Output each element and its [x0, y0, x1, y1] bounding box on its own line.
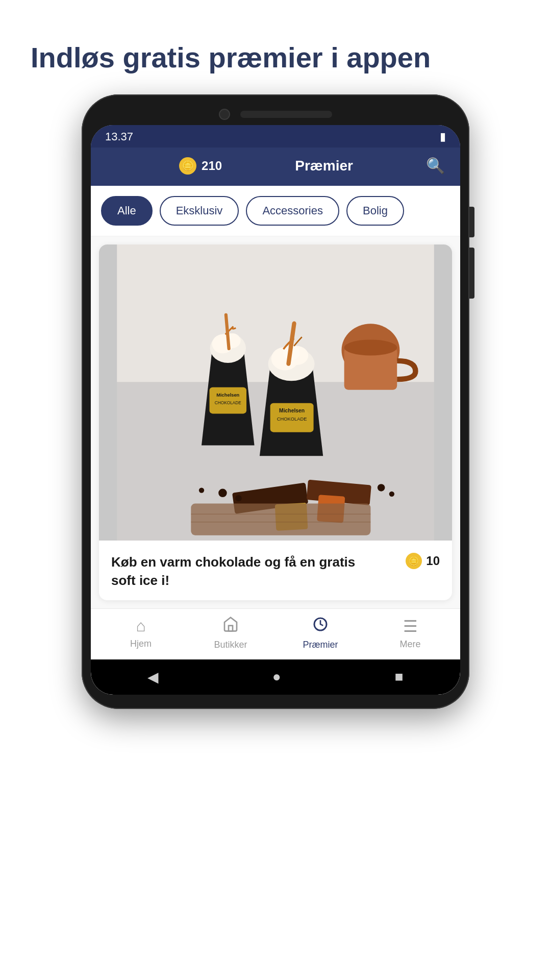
bottom-nav: ⌂ Hjem Butikker — [91, 608, 460, 659]
nav-label-hjem: Hjem — [130, 639, 152, 649]
search-icon[interactable]: 🔍 — [426, 157, 445, 175]
menu-icon: ☰ — [403, 617, 418, 636]
battery-icon: ▮ — [440, 130, 446, 143]
coins-display: 🪙 210 — [179, 157, 222, 175]
svg-rect-32 — [229, 625, 233, 631]
home-icon: ⌂ — [136, 617, 145, 635]
filter-tab-eksklusiv[interactable]: Eksklusiv — [160, 196, 239, 226]
svg-point-28 — [235, 495, 241, 501]
svg-point-29 — [199, 487, 204, 493]
timer-icon — [312, 616, 329, 636]
nav-item-praemier[interactable]: Præmier — [295, 616, 346, 650]
product-points: 🪙 10 — [406, 553, 440, 569]
app-header: 🪙 210 Præmier 🔍 — [91, 148, 460, 186]
filter-tab-alle[interactable]: Alle — [101, 196, 153, 226]
svg-rect-26 — [191, 504, 370, 535]
phone-speaker — [240, 111, 332, 118]
coin-icon: 🪙 — [179, 157, 196, 175]
svg-point-27 — [218, 489, 227, 498]
svg-point-30 — [378, 484, 385, 492]
nav-label-mere: Mere — [399, 639, 420, 650]
android-back-button[interactable]: ◀ — [147, 669, 159, 685]
content-area: Michelsen CHOKOLADE — [91, 236, 460, 608]
nav-label-praemier: Præmier — [303, 640, 338, 650]
filter-tab-accessories[interactable]: Accessories — [246, 196, 339, 226]
phone-screen: 13.37 ▮ 🪙 210 Præmier 🔍 Alle Eksklusiv A… — [91, 125, 460, 695]
status-time: 13.37 — [105, 130, 133, 143]
filter-tabs: Alle Eksklusiv Accessories Bolig — [91, 186, 460, 236]
android-home-button[interactable]: ● — [272, 669, 281, 685]
header-title: Præmier — [295, 158, 353, 174]
power-button — [469, 248, 474, 299]
android-recent-button[interactable]: ■ — [395, 669, 404, 685]
product-info: Køb en varm chokolade og få en gratis so… — [99, 541, 452, 600]
svg-text:CHOKOLADE: CHOKOLADE — [215, 401, 241, 405]
points-value: 10 — [426, 554, 440, 568]
product-title: Køb en varm chokolade og få en gratis so… — [111, 553, 377, 590]
volume-button — [469, 207, 474, 237]
coin-count: 210 — [202, 159, 222, 173]
phone-mockup: 13.37 ▮ 🪙 210 Præmier 🔍 Alle Eksklusiv A… — [82, 94, 469, 709]
nav-label-butikker: Butikker — [214, 640, 247, 650]
nav-item-hjem[interactable]: ⌂ Hjem — [115, 617, 166, 649]
svg-point-31 — [389, 492, 394, 497]
svg-text:Michelsen: Michelsen — [216, 393, 239, 398]
store-icon — [222, 616, 239, 636]
product-image: Michelsen CHOKOLADE — [99, 244, 452, 541]
android-nav-bar: ◀ ● ■ — [91, 659, 460, 695]
svg-point-21 — [344, 339, 397, 355]
product-card[interactable]: Michelsen CHOKOLADE — [99, 244, 452, 600]
nav-item-butikker[interactable]: Butikker — [205, 616, 256, 650]
phone-top-bar — [91, 109, 460, 120]
page-headline: Indløs gratis præmier i appen — [0, 0, 551, 94]
nav-item-mere[interactable]: ☰ Mere — [385, 617, 436, 650]
svg-text:Michelsen: Michelsen — [279, 408, 305, 413]
status-bar: 13.37 ▮ — [91, 125, 460, 148]
phone-camera — [219, 109, 230, 120]
filter-tab-bolig[interactable]: Bolig — [346, 196, 404, 226]
svg-text:CHOKOLADE: CHOKOLADE — [277, 416, 307, 422]
product-illustration: Michelsen CHOKOLADE — [99, 244, 452, 541]
points-coin-icon: 🪙 — [406, 553, 422, 569]
